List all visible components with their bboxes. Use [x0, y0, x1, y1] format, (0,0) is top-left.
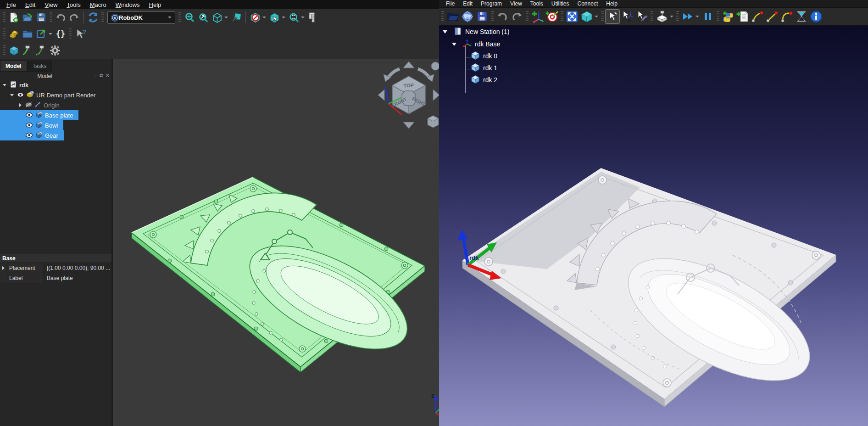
- refresh-button[interactable]: [86, 11, 100, 24]
- settings-gear-icon[interactable]: [48, 44, 62, 57]
- workbench-selector[interactable]: RoboDK: [107, 11, 175, 24]
- measure-button[interactable]: [306, 11, 320, 24]
- navcube-top-label[interactable]: TOP: [403, 82, 414, 89]
- move-robot-button[interactable]: [634, 9, 649, 24]
- dock-restore-icon[interactable]: ▫: [95, 73, 97, 78]
- library-button[interactable]: [460, 9, 475, 24]
- draw-style-button[interactable]: [248, 11, 262, 24]
- toolbar-handle[interactable]: [3, 12, 6, 23]
- toolbar-handle[interactable]: [101, 12, 104, 23]
- generate-path-button[interactable]: [21, 44, 34, 57]
- chevron-down-icon[interactable]: [696, 16, 699, 17]
- fit-all-button[interactable]: [565, 9, 579, 24]
- toolbar-handle[interactable]: [676, 11, 679, 22]
- add-target-button[interactable]: [545, 9, 559, 24]
- tree-item-new-station[interactable]: New Station (1): [443, 27, 509, 37]
- eye-visible-icon[interactable]: [26, 122, 33, 129]
- menu-help[interactable]: Help: [145, 0, 166, 9]
- generate-points-button[interactable]: [34, 44, 48, 57]
- open-button[interactable]: [445, 9, 460, 24]
- eye-visible-icon[interactable]: [17, 92, 24, 99]
- menu-view[interactable]: View: [506, 0, 526, 7]
- toolbar-handle[interactable]: [3, 45, 6, 56]
- property-value[interactable]: Base plate: [44, 273, 111, 283]
- property-value[interactable]: [(1.00 0.00 0.00); 90.00 ...: [44, 263, 111, 273]
- move-joint-button[interactable]: [750, 9, 765, 24]
- chevron-down-icon[interactable]: [262, 17, 266, 18]
- menu-connect[interactable]: Connect: [573, 0, 602, 7]
- chevron-down-icon[interactable]: [301, 17, 305, 18]
- toolbar-handle[interactable]: [69, 28, 72, 39]
- fast-forward-button[interactable]: [680, 9, 695, 24]
- move-reference-button[interactable]: [620, 9, 634, 24]
- expand-arrow-icon[interactable]: [17, 103, 23, 107]
- expand-arrow-icon[interactable]: [2, 84, 7, 86]
- menu-file[interactable]: File: [442, 0, 459, 7]
- export-part-button[interactable]: [7, 27, 21, 41]
- tree-item-rdk-0[interactable]: rdk 0: [471, 51, 497, 61]
- chevron-down-icon[interactable]: [595, 16, 598, 17]
- sync-view-button[interactable]: [287, 11, 300, 24]
- chevron-down-icon[interactable]: [224, 17, 228, 18]
- tree-item-rdk[interactable]: rdk: [0, 80, 34, 90]
- frame-label[interactable]: rdk: [469, 254, 479, 261]
- tree-item-rdk-2[interactable]: rdk 2: [471, 75, 497, 85]
- box-zoom-button[interactable]: [229, 11, 243, 24]
- menu-windows[interactable]: Windows: [111, 0, 145, 9]
- update-model-button[interactable]: [7, 44, 21, 57]
- expand-arrow-icon[interactable]: [452, 43, 456, 46]
- add-reference-frame-button[interactable]: [530, 9, 545, 24]
- dock-float-icon[interactable]: ⧉: [100, 73, 103, 78]
- dock-close-icon[interactable]: ✕: [106, 73, 110, 78]
- eye-visible-icon[interactable]: [26, 132, 33, 139]
- toolbar-handle[interactable]: [491, 11, 494, 22]
- chevron-down-icon[interactable]: [282, 17, 285, 18]
- macro-button[interactable]: {}: [54, 27, 67, 41]
- menu-macro[interactable]: Macro: [85, 0, 111, 9]
- fit-all-button[interactable]: [183, 11, 196, 24]
- folder-button[interactable]: [21, 27, 34, 41]
- move-linear-button[interactable]: [765, 9, 779, 24]
- toolbar-handle[interactable]: [50, 12, 52, 23]
- toolbar-handle[interactable]: [601, 11, 604, 22]
- menu-utilities[interactable]: Utilities: [547, 0, 573, 7]
- move-circular-button[interactable]: [779, 9, 794, 24]
- tab-model[interactable]: Model: [0, 61, 27, 72]
- open-document-button[interactable]: [21, 11, 34, 24]
- selection-view-button[interactable]: [267, 11, 281, 24]
- tree-item-gear[interactable]: Gear: [0, 130, 64, 140]
- menu-program[interactable]: Program: [477, 0, 506, 7]
- toolbar-handle[interactable]: [441, 11, 444, 22]
- tree-item-rdk-base[interactable]: rdk Base: [452, 39, 500, 49]
- toolbar-handle[interactable]: [561, 11, 563, 22]
- toolbar-handle[interactable]: [651, 11, 653, 22]
- tree-item-origin[interactable]: Origin: [0, 100, 65, 110]
- tree-item-rdk-1[interactable]: rdk 1: [471, 63, 497, 73]
- navigation-cube[interactable]: TOP FRONT RIGHT: [374, 59, 439, 131]
- menu-tools[interactable]: Tools: [526, 0, 547, 7]
- robodk-3d-viewport[interactable]: rdk New Station (1) rdk Base: [439, 26, 868, 426]
- isometric-view-button[interactable]: [210, 11, 224, 24]
- pause-button[interactable]: [701, 9, 715, 24]
- eye-hidden-icon[interactable]: [25, 102, 32, 109]
- property-group-header[interactable]: Base: [0, 254, 111, 263]
- save-button[interactable]: [475, 9, 490, 24]
- expand-arrow-icon[interactable]: [443, 30, 447, 34]
- toolbar-handle[interactable]: [526, 11, 529, 22]
- zoom-selection-button[interactable]: [196, 11, 210, 24]
- tree-item-part[interactable]: UR Demo part Render: [0, 90, 101, 100]
- menu-view[interactable]: View: [40, 0, 62, 9]
- eye-visible-icon[interactable]: [26, 112, 33, 119]
- tab-tasks[interactable]: Tasks: [27, 61, 52, 72]
- expand-arrow-icon[interactable]: [9, 94, 15, 96]
- toolbar-handle[interactable]: [178, 12, 181, 23]
- whats-this-button[interactable]: ?: [73, 27, 87, 41]
- add-program-button[interactable]: [735, 9, 750, 24]
- menu-help[interactable]: Help: [602, 0, 622, 7]
- toolbar-handle[interactable]: [3, 28, 6, 39]
- redo-button[interactable]: [510, 9, 524, 24]
- chevron-down-icon[interactable]: [49, 33, 52, 35]
- isometric-view-button[interactable]: [579, 9, 594, 24]
- select-cursor-button[interactable]: [605, 9, 620, 24]
- tree-item-base-plate[interactable]: Base plate: [0, 110, 78, 120]
